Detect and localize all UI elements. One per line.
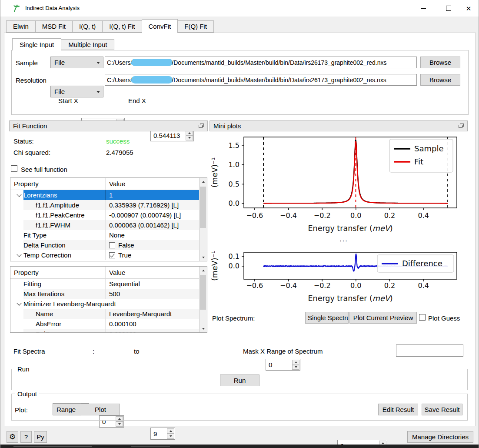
scrollbar-thumb[interactable] xyxy=(200,187,206,228)
float-panel-icon[interactable] xyxy=(199,122,204,130)
scroll-down-icon[interactable] xyxy=(200,325,207,332)
python-export-button[interactable]: Py xyxy=(34,431,47,443)
row-gutter xyxy=(10,220,23,230)
chi-squared-value: 2.479055 xyxy=(106,149,133,156)
tab-msd-fit[interactable]: MSD Fit xyxy=(35,20,73,33)
plots-splitter-handle[interactable]: ... xyxy=(322,237,366,241)
property-cell: f1.f1.Amplitude xyxy=(23,200,105,210)
edit-result-button[interactable]: Edit Result xyxy=(378,404,418,415)
table-row[interactable]: f1.f1.PeakCentre-0.000907 (0.000749) [L] xyxy=(10,210,207,220)
save-result-button[interactable]: Save Result xyxy=(422,404,462,415)
svg-text:(meV)⁻¹: (meV)⁻¹ xyxy=(210,251,219,281)
main-tab-bar: Elwin MSD Fit I(Q, t) I(Q, t) Fit ConvFi… xyxy=(6,19,214,33)
value-checkbox[interactable] xyxy=(109,252,115,258)
table-row[interactable]: f1.f1.Amplitude0.335939 (7.716929) [L] xyxy=(10,200,207,210)
table-row[interactable]: f1.f1.FWHM0.000063 (0.001462) [L] xyxy=(10,220,207,230)
title-bar: Indirect Data Analysis ✕ xyxy=(0,0,479,17)
plot-guess-checkbox[interactable] xyxy=(419,314,426,321)
scroll-up-icon[interactable] xyxy=(200,178,207,185)
expander-chevron-icon[interactable] xyxy=(10,299,23,309)
row-gutter xyxy=(10,240,23,250)
end-x-value: 0.544113 xyxy=(153,132,180,139)
fit-function-title: Fit Function xyxy=(13,122,47,130)
sample-source-combo[interactable]: File xyxy=(50,57,103,68)
value-cell: 1 xyxy=(105,190,207,200)
settings-button[interactable]: ⚙ xyxy=(7,431,18,443)
tab-multiple-input[interactable]: Multiple Input xyxy=(61,39,114,50)
see-full-function-label: See full function xyxy=(21,166,67,173)
value-text: -0.000907 (0.000749) [L] xyxy=(109,211,181,219)
property-cell: f1.f1.PeakCentre xyxy=(23,210,105,220)
fit-properties-table[interactable]: PropertyValueLorentzians1f1.f1.Amplitude… xyxy=(10,177,207,261)
scrollbar-thumb[interactable] xyxy=(200,275,206,310)
float-panel-icon[interactable] xyxy=(459,122,464,130)
table-row[interactable]: AbsError0.000100 xyxy=(10,319,207,329)
redacted-username-blob xyxy=(131,76,173,84)
single-spectrum-button[interactable]: Single Spectrum xyxy=(305,312,349,324)
resolution-browse-button[interactable]: Browse xyxy=(420,74,460,86)
expander-chevron-icon[interactable] xyxy=(10,190,23,200)
table-row[interactable]: RelError0.000100 xyxy=(10,329,207,333)
resolution-source-combo[interactable]: File xyxy=(50,86,103,97)
table-row[interactable]: Fit TypeNone xyxy=(10,230,207,240)
status-label: Status: xyxy=(13,137,34,145)
svg-text:1.5: 1.5 xyxy=(229,141,240,150)
scroll-down-icon[interactable] xyxy=(200,254,207,261)
vertical-scrollbar[interactable] xyxy=(199,267,207,332)
output-group-legend: Output xyxy=(15,390,39,398)
expander-chevron-icon[interactable] xyxy=(10,250,23,260)
svg-text:0.0: 0.0 xyxy=(229,199,240,207)
table-row[interactable]: NameLevenberg-Marquardt xyxy=(10,309,207,319)
tab-iqt-fit[interactable]: I(Q, t) Fit xyxy=(102,20,142,33)
table-row[interactable]: Minimizer Levenberg-Marquardt xyxy=(10,299,207,309)
sample-label: Sample xyxy=(16,59,38,67)
svg-text:0.1: 0.1 xyxy=(229,252,240,261)
tab-fq-fit[interactable]: F(Q) Fit xyxy=(177,20,214,33)
property-cell: Delta Function xyxy=(23,240,105,250)
tab-elwin[interactable]: Elwin xyxy=(6,20,36,33)
fit-spectra-to-spinbox[interactable]: 9 xyxy=(150,428,175,440)
svg-text:−0.2: −0.2 xyxy=(314,211,331,220)
difference-plot: −0.6−0.4−0.20.00.20.40.00.1Energy transf… xyxy=(210,244,468,310)
spin-down-icon[interactable] xyxy=(167,434,174,439)
table-row[interactable]: Delta FunctionFalse xyxy=(10,240,207,250)
spin-down-icon[interactable] xyxy=(116,421,123,427)
vertical-scrollbar[interactable] xyxy=(199,178,207,261)
spin-up-icon[interactable] xyxy=(292,360,299,365)
see-full-function-checkbox[interactable] xyxy=(11,165,17,172)
table-row[interactable]: Max Iterations500 xyxy=(10,289,207,299)
redacted-username-blob xyxy=(131,59,173,66)
sample-fit-plot: −0.6−0.4−0.20.00.20.40.00.51.01.5Energy … xyxy=(210,132,468,241)
spin-down-icon[interactable] xyxy=(186,136,193,141)
value-cell: -0.000907 (0.000749) [L] xyxy=(105,210,207,220)
sample-path-field[interactable]: C:/Users//Documents/mantid_builds/Master… xyxy=(105,57,417,68)
resolution-path-field[interactable]: C:/Users//Documents/mantid_builds/Master… xyxy=(105,74,417,86)
row-gutter xyxy=(10,289,23,299)
row-gutter xyxy=(10,230,23,240)
tab-iqt[interactable]: I(Q, t) xyxy=(72,20,103,33)
tab-convfit[interactable]: ConvFit xyxy=(142,19,178,33)
scroll-up-icon[interactable] xyxy=(200,267,207,274)
manage-directories-button[interactable]: Manage Directories xyxy=(407,431,473,443)
run-button[interactable]: Run xyxy=(220,374,259,386)
value-text: 0.000063 (0.001462) [L] xyxy=(109,221,179,229)
tab-single-input[interactable]: Single Input xyxy=(12,38,61,50)
output-plot-button[interactable]: Plot xyxy=(81,404,120,415)
plot-current-preview-button[interactable]: Plot Current Preview xyxy=(349,312,417,324)
table-row[interactable]: Temp CorrectionTrue xyxy=(10,250,207,260)
table-row[interactable]: FittingSequential xyxy=(10,279,207,289)
minimize-button[interactable] xyxy=(413,0,433,17)
help-button[interactable]: ? xyxy=(20,431,32,443)
fit-spectra-to-value: 9 xyxy=(153,430,157,438)
end-x-spinbox[interactable]: 0.544113 xyxy=(150,130,194,141)
spin-up-icon[interactable] xyxy=(167,428,174,434)
maximize-button[interactable] xyxy=(439,0,459,17)
value-checkbox[interactable] xyxy=(109,242,115,248)
close-button[interactable]: ✕ xyxy=(459,0,479,17)
sample-browse-button[interactable]: Browse xyxy=(420,57,460,68)
table-row[interactable]: Lorentzians1 xyxy=(10,190,207,200)
property-cell: Minimizer Levenberg-Marquardt xyxy=(23,299,116,309)
mask-range-field[interactable] xyxy=(396,344,463,357)
property-cell: Fit Type xyxy=(23,230,105,240)
fit-settings-table[interactable]: PropertyValueFittingSequentialMax Iterat… xyxy=(10,266,207,333)
